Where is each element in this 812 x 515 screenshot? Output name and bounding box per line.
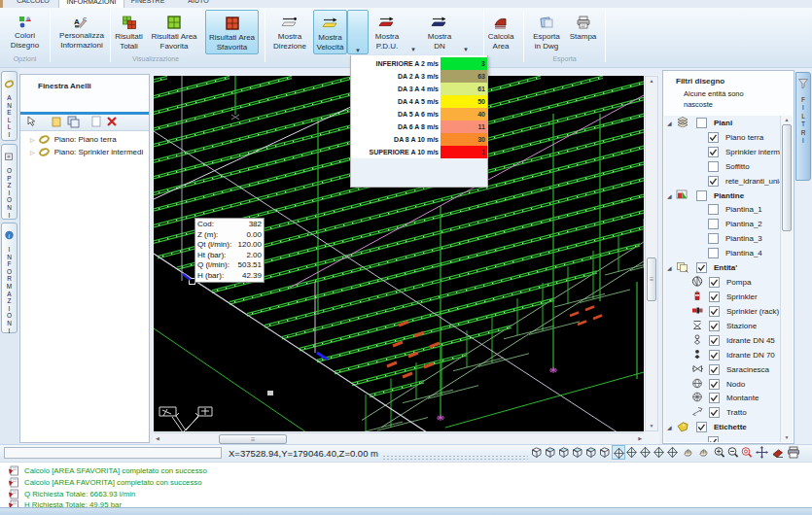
svg-text:i: i — [8, 232, 10, 240]
svg-text:A: A — [74, 17, 80, 26]
